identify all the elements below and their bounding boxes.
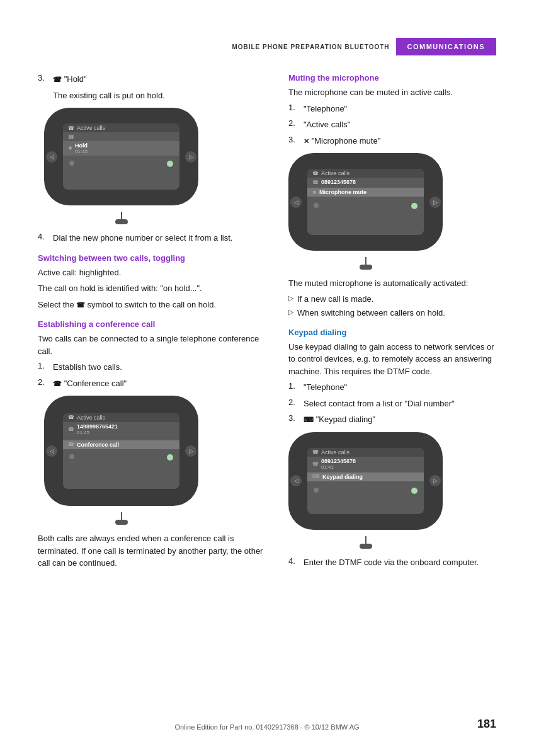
step-3: 3. ☎̈ "Hold" <box>38 73 271 86</box>
mute-right-arrow: ▷ <box>429 197 441 208</box>
screen4-keypad-label: Keypad dialing <box>322 474 419 480</box>
screen4-row2: ⌨ Keypad dialing <box>307 472 424 481</box>
conf-step-1-num: 1. <box>38 361 49 374</box>
conf-right-arrow: ▷ <box>185 445 196 457</box>
footer-text: Online Edition for Part no. 01402917368 … <box>0 723 534 731</box>
screen2-title: Active calls <box>77 415 105 421</box>
muting-step-3-text: ✕ "Microphone mute" <box>304 135 380 147</box>
conf-phone-icon: ☎ <box>53 380 62 387</box>
screen4-row1: ☎ 08912345678 01:41 <box>307 457 424 471</box>
screen2-time: 01:45 <box>77 430 174 435</box>
muting-step-3: 3. ✕ "Microphone mute" <box>288 135 496 147</box>
conference-note: Both calls are always ended when a confe… <box>38 532 271 570</box>
screen-mockup-mute: ◁ ☎ Active calls ☎ 08912345678 ✕ Microph <box>288 153 443 270</box>
muting-desc: The microphone can be muted in active ca… <box>288 86 496 99</box>
mute-screen-phone-icon: ☎ <box>312 171 319 176</box>
bullet-arrow-icon-2: ▷ <box>288 308 293 316</box>
mute-left-arrow: ◁ <box>290 197 302 208</box>
keypad-heading: Keypad dialing <box>288 328 496 337</box>
step-3-text: ☎̈ "Hold" <box>53 73 87 86</box>
step-4: 4. Dial the new phone number or select i… <box>38 232 271 244</box>
page-header: MOBILE PHONE PREPARATION BLUETOOTH COMMU… <box>38 38 496 55</box>
conf-left-arrow: ◁ <box>46 445 57 457</box>
switching-icon: ☎̈ <box>76 301 87 309</box>
right-arrow-button: ▷ <box>185 151 196 163</box>
screen1-row2: ✱ Hold 01:45 <box>63 141 179 156</box>
muting-step-2-num: 2. <box>288 118 300 131</box>
muting-step-2: 2. "Active calls" <box>288 118 496 131</box>
conference-desc: Two calls can be connected to a single t… <box>38 333 271 357</box>
screen1-hold-icon: ✱ <box>68 146 72 151</box>
left-column: 3. ☎̈ "Hold" The existing call is put on… <box>38 73 271 573</box>
step-4-text: Dial the new phone number or select it f… <box>53 232 232 244</box>
keypad-step-2-num: 2. <box>288 398 300 410</box>
screen4-number: 08912345678 <box>321 458 419 464</box>
keypad-step-4: 4. Enter the DTMF code via the onboard c… <box>288 556 496 569</box>
keypad-left-arrow: ◁ <box>290 475 302 486</box>
conf-screen-phone-icon: ☎ <box>68 415 74 420</box>
screen3-title: Active calls <box>321 170 349 176</box>
muting-bullet-2-text: When switching between callers on hold. <box>297 307 445 319</box>
conf-step-2-text: ☎ "Conference call" <box>53 377 127 390</box>
screen4-keypad-icon: ⌨ <box>312 474 320 479</box>
screen1-hold-time: 01:45 <box>75 149 174 154</box>
keypad-icon: ⌨ <box>304 416 314 423</box>
keypad-step-1: 1. "Telephone" <box>288 381 496 394</box>
header-right-label: COMMUNICATIONS <box>396 38 496 55</box>
screen3-row1-icon: ☎ <box>312 180 319 185</box>
switching-p1: Active call: highlighted. <box>38 266 271 279</box>
keypad-step-2: 2. Select contact from a list or "Dial n… <box>288 398 496 410</box>
screen4-time: 01:41 <box>321 464 419 470</box>
muting-step-1-text: "Telephone" <box>304 103 347 115</box>
screen3-mute-label: Microphone mute <box>319 189 419 195</box>
screen-mockup-hold: ◁ ☎ Active calls ☎ ✱ <box>44 108 198 224</box>
screen2-row1: ☎ 1498998765421 01:45 <box>63 422 179 437</box>
screen4-title: Active calls <box>321 449 349 455</box>
screen2-row2-icon: ☎ <box>68 442 74 447</box>
screen1-hold-label: Hold <box>75 142 174 149</box>
keypad-step-3-num: 3. <box>288 413 300 426</box>
switching-p2: The call on hold is identified with: "on… <box>38 282 271 295</box>
keypad-screen-phone-icon: ☎ <box>312 449 319 455</box>
keypad-step-2-text: Select contact from a list or "Dial numb… <box>304 398 455 410</box>
screen4-row1-icon: ☎ <box>312 461 319 467</box>
conf-step-1-text: Establish two calls. <box>53 361 122 374</box>
keypad-step-3-text: ⌨ "Keypad dialing" <box>304 413 375 426</box>
mute-icon: ✕ <box>304 137 309 145</box>
conf-step-2-num: 2. <box>38 377 49 390</box>
keypad-step-3: 3. ⌨ "Keypad dialing" <box>288 413 496 426</box>
conference-heading: Establishing a conference call <box>38 319 271 329</box>
muting-step-1: 1. "Telephone" <box>288 103 496 115</box>
muting-step-1-num: 1. <box>288 103 300 115</box>
screen2-row2: ☎ Conference call <box>63 440 179 449</box>
muting-step-2-text: "Active calls" <box>304 118 350 131</box>
screen3-row2: ✕ Microphone mute <box>307 188 424 197</box>
hold-phone-icon: ☎̈ <box>53 76 62 83</box>
left-arrow-button: ◁ <box>46 151 57 163</box>
bullet-arrow-icon-1: ▷ <box>288 294 293 302</box>
conf-step-2: 2. ☎ "Conference call" <box>38 377 271 390</box>
screen2-row1-icon: ☎ <box>68 427 74 432</box>
muting-heading: Muting the microphone <box>288 73 496 83</box>
switching-heading: Switching between two calls, toggling <box>38 253 271 263</box>
step-3-desc: The existing call is put on hold. <box>53 89 271 102</box>
conf-step-1: 1. Establish two calls. <box>38 361 271 374</box>
keypad-right-arrow: ▷ <box>429 475 441 486</box>
step-3-num: 3. <box>38 73 49 86</box>
keypad-step-1-num: 1. <box>288 381 300 394</box>
switching-p3: Select the ☎̈ symbol to switch to the ca… <box>38 299 271 311</box>
screen2-number: 1498998765421 <box>77 423 174 430</box>
muting-bullet-1-text: If a new call is made. <box>297 294 373 305</box>
keypad-step-4-text: Enter the DTMF code via the onboard comp… <box>304 556 479 569</box>
step-4-num: 4. <box>38 232 49 244</box>
page-number: 181 <box>477 718 496 731</box>
screen-mockup-keypad: ◁ ☎ Active calls ☎ 08912345678 01:41 <box>288 432 443 549</box>
muting-note: The muted microphone is automatically ac… <box>288 277 496 290</box>
keypad-step-4-num: 4. <box>288 556 300 569</box>
screen3-number: 08912345678 <box>321 179 419 185</box>
keypad-desc: Use keypad dialing to gain access to net… <box>288 341 496 378</box>
screen1-row1-icon: ☎ <box>68 134 74 140</box>
screen-phone-icon: ☎ <box>68 125 74 131</box>
right-column: Muting the microphone The microphone can… <box>288 73 496 573</box>
screen-mockup-conference: ◁ ☎ Active calls ☎ 1498998765421 01:45 <box>44 396 198 525</box>
